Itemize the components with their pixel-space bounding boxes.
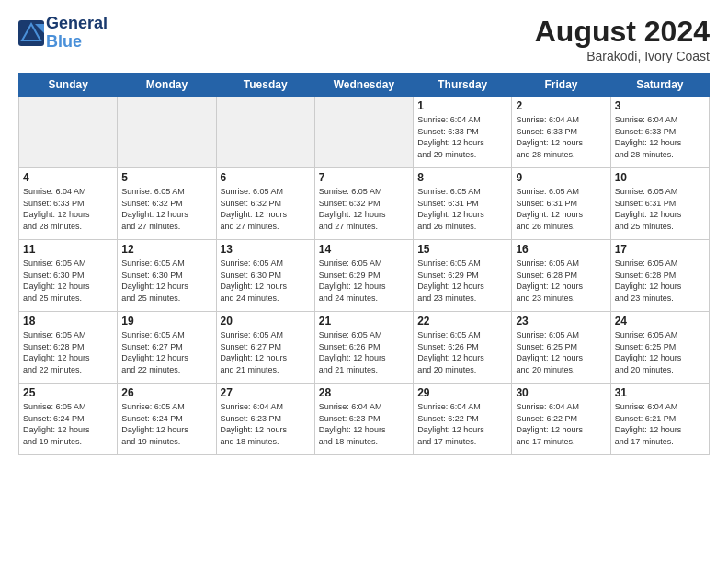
day-number: 10	[615, 171, 705, 184]
day-number: 11	[23, 243, 113, 256]
day-number: 25	[23, 386, 113, 399]
day-info: Sunrise: 6:05 AM Sunset: 6:29 PM Dayligh…	[417, 258, 507, 304]
header-friday: Friday	[512, 74, 610, 97]
weekday-header-row: Sunday Monday Tuesday Wednesday Thursday…	[19, 74, 710, 97]
day-number: 15	[417, 243, 507, 256]
day-info: Sunrise: 6:05 AM Sunset: 6:32 PM Dayligh…	[221, 186, 311, 232]
day-info: Sunrise: 6:05 AM Sunset: 6:24 PM Dayligh…	[23, 401, 113, 447]
table-row: 31Sunrise: 6:04 AM Sunset: 6:21 PM Dayli…	[610, 384, 709, 455]
day-number: 2	[516, 99, 606, 112]
day-info: Sunrise: 6:05 AM Sunset: 6:31 PM Dayligh…	[516, 186, 606, 232]
table-row: 28Sunrise: 6:04 AM Sunset: 6:23 PM Dayli…	[314, 384, 413, 455]
table-row: 21Sunrise: 6:05 AM Sunset: 6:26 PM Dayli…	[314, 312, 413, 384]
table-row: 25Sunrise: 6:05 AM Sunset: 6:24 PM Dayli…	[19, 384, 118, 455]
day-info: Sunrise: 6:05 AM Sunset: 6:30 PM Dayligh…	[221, 258, 311, 304]
location: Barakodi, Ivory Coast	[535, 49, 710, 63]
day-info: Sunrise: 6:05 AM Sunset: 6:31 PM Dayligh…	[615, 186, 705, 232]
day-info: Sunrise: 6:05 AM Sunset: 6:24 PM Dayligh…	[121, 401, 211, 447]
calendar-week-row: 25Sunrise: 6:05 AM Sunset: 6:24 PM Dayli…	[19, 384, 710, 455]
day-number: 18	[23, 315, 113, 327]
day-number: 13	[221, 243, 311, 256]
day-number: 19	[121, 315, 211, 327]
day-info: Sunrise: 6:04 AM Sunset: 6:33 PM Dayligh…	[417, 114, 507, 160]
day-info: Sunrise: 6:05 AM Sunset: 6:27 PM Dayligh…	[221, 329, 311, 375]
header-thursday: Thursday	[414, 74, 512, 97]
table-row: 24Sunrise: 6:05 AM Sunset: 6:25 PM Dayli…	[610, 312, 709, 384]
day-info: Sunrise: 6:05 AM Sunset: 6:29 PM Dayligh…	[319, 258, 409, 304]
day-info: Sunrise: 6:04 AM Sunset: 6:33 PM Dayligh…	[516, 114, 606, 160]
table-row: 12Sunrise: 6:05 AM Sunset: 6:30 PM Dayli…	[118, 240, 216, 312]
day-info: Sunrise: 6:04 AM Sunset: 6:22 PM Dayligh…	[417, 401, 507, 447]
day-number: 28	[319, 386, 409, 399]
day-info: Sunrise: 6:05 AM Sunset: 6:31 PM Dayligh…	[417, 186, 507, 232]
day-number: 6	[221, 171, 311, 184]
day-info: Sunrise: 6:05 AM Sunset: 6:32 PM Dayligh…	[121, 186, 211, 232]
day-number: 17	[615, 243, 705, 256]
table-row: 15Sunrise: 6:05 AM Sunset: 6:29 PM Dayli…	[414, 240, 512, 312]
day-number: 29	[417, 386, 507, 399]
table-row: 11Sunrise: 6:05 AM Sunset: 6:30 PM Dayli…	[19, 240, 118, 312]
table-row: 13Sunrise: 6:05 AM Sunset: 6:30 PM Dayli…	[216, 240, 314, 312]
table-row: 3Sunrise: 6:04 AM Sunset: 6:33 PM Daylig…	[610, 97, 709, 168]
day-number: 20	[221, 315, 311, 327]
day-info: Sunrise: 6:05 AM Sunset: 6:26 PM Dayligh…	[417, 329, 507, 375]
day-info: Sunrise: 6:05 AM Sunset: 6:30 PM Dayligh…	[121, 258, 211, 304]
day-number: 3	[615, 99, 705, 112]
table-row: 26Sunrise: 6:05 AM Sunset: 6:24 PM Dayli…	[118, 384, 216, 455]
day-info: Sunrise: 6:05 AM Sunset: 6:28 PM Dayligh…	[516, 258, 606, 304]
header: General Blue August 2024 Barakodi, Ivory…	[18, 15, 710, 63]
day-info: Sunrise: 6:04 AM Sunset: 6:33 PM Dayligh…	[23, 186, 113, 232]
table-row: 14Sunrise: 6:05 AM Sunset: 6:29 PM Dayli…	[314, 240, 413, 312]
day-number: 24	[615, 315, 705, 327]
table-row	[314, 97, 413, 168]
table-row: 18Sunrise: 6:05 AM Sunset: 6:28 PM Dayli…	[19, 312, 118, 384]
day-number: 1	[417, 99, 507, 112]
page: General Blue August 2024 Barakodi, Ivory…	[0, 0, 728, 563]
calendar-week-row: 11Sunrise: 6:05 AM Sunset: 6:30 PM Dayli…	[19, 240, 710, 312]
table-row	[19, 97, 118, 168]
day-info: Sunrise: 6:04 AM Sunset: 6:21 PM Dayligh…	[615, 401, 705, 447]
table-row: 29Sunrise: 6:04 AM Sunset: 6:22 PM Dayli…	[414, 384, 512, 455]
day-number: 21	[319, 315, 409, 327]
table-row: 16Sunrise: 6:05 AM Sunset: 6:28 PM Dayli…	[512, 240, 610, 312]
day-info: Sunrise: 6:04 AM Sunset: 6:33 PM Dayligh…	[615, 114, 705, 160]
day-info: Sunrise: 6:05 AM Sunset: 6:27 PM Dayligh…	[121, 329, 211, 375]
calendar-week-row: 18Sunrise: 6:05 AM Sunset: 6:28 PM Dayli…	[19, 312, 710, 384]
month-title: August 2024	[535, 15, 710, 49]
logo-text: General Blue	[46, 15, 108, 52]
table-row: 4Sunrise: 6:04 AM Sunset: 6:33 PM Daylig…	[19, 168, 118, 240]
day-number: 14	[319, 243, 409, 256]
day-number: 23	[516, 315, 606, 327]
day-number: 31	[615, 386, 705, 399]
day-number: 27	[221, 386, 311, 399]
day-info: Sunrise: 6:04 AM Sunset: 6:22 PM Dayligh…	[516, 401, 606, 447]
day-info: Sunrise: 6:05 AM Sunset: 6:25 PM Dayligh…	[516, 329, 606, 375]
header-monday: Monday	[118, 74, 216, 97]
table-row: 6Sunrise: 6:05 AM Sunset: 6:32 PM Daylig…	[216, 168, 314, 240]
day-number: 26	[121, 386, 211, 399]
day-info: Sunrise: 6:05 AM Sunset: 6:28 PM Dayligh…	[615, 258, 705, 304]
day-info: Sunrise: 6:04 AM Sunset: 6:23 PM Dayligh…	[319, 401, 409, 447]
table-row: 23Sunrise: 6:05 AM Sunset: 6:25 PM Dayli…	[512, 312, 610, 384]
header-sunday: Sunday	[19, 74, 118, 97]
day-number: 12	[121, 243, 211, 256]
table-row: 5Sunrise: 6:05 AM Sunset: 6:32 PM Daylig…	[118, 168, 216, 240]
table-row: 10Sunrise: 6:05 AM Sunset: 6:31 PM Dayli…	[610, 168, 709, 240]
day-number: 7	[319, 171, 409, 184]
calendar-week-row: 4Sunrise: 6:04 AM Sunset: 6:33 PM Daylig…	[19, 168, 710, 240]
day-number: 30	[516, 386, 606, 399]
header-tuesday: Tuesday	[216, 74, 314, 97]
logo: General Blue	[18, 15, 108, 52]
day-number: 9	[516, 171, 606, 184]
table-row: 22Sunrise: 6:05 AM Sunset: 6:26 PM Dayli…	[414, 312, 512, 384]
day-info: Sunrise: 6:05 AM Sunset: 6:28 PM Dayligh…	[23, 329, 113, 375]
day-info: Sunrise: 6:05 AM Sunset: 6:26 PM Dayligh…	[319, 329, 409, 375]
table-row: 19Sunrise: 6:05 AM Sunset: 6:27 PM Dayli…	[118, 312, 216, 384]
table-row: 9Sunrise: 6:05 AM Sunset: 6:31 PM Daylig…	[512, 168, 610, 240]
table-row: 8Sunrise: 6:05 AM Sunset: 6:31 PM Daylig…	[414, 168, 512, 240]
logo-icon	[18, 20, 44, 46]
day-number: 5	[121, 171, 211, 184]
table-row	[118, 97, 216, 168]
calendar-table: Sunday Monday Tuesday Wednesday Thursday…	[18, 73, 710, 455]
day-info: Sunrise: 6:05 AM Sunset: 6:25 PM Dayligh…	[615, 329, 705, 375]
